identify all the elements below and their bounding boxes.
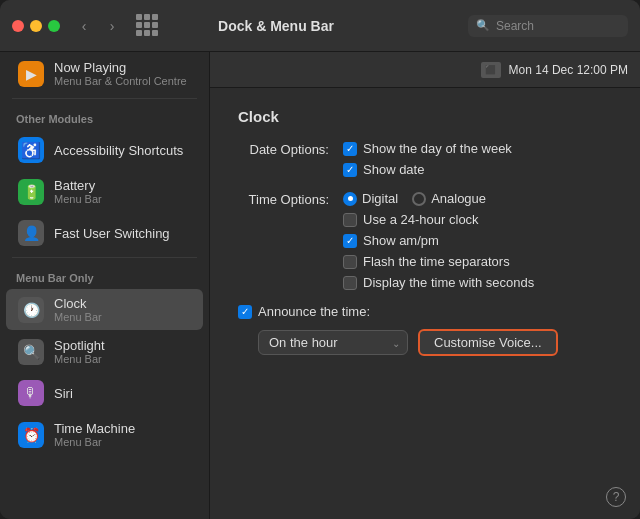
battery-icon: 🔋: [18, 179, 44, 205]
seconds-checkbox[interactable]: [343, 276, 357, 290]
digital-radio[interactable]: [343, 192, 357, 206]
show-date-checkbox[interactable]: ✓: [343, 163, 357, 177]
flash-checkbox[interactable]: [343, 255, 357, 269]
date-options-label: Date Options:: [238, 141, 343, 157]
clock-icon: 🕐: [18, 297, 44, 323]
now-playing-sublabel: Menu Bar & Control Centre: [54, 75, 187, 87]
other-modules-header: Other Modules: [0, 103, 209, 129]
sidebar-item-fast-user[interactable]: 👤 Fast User Switching: [6, 213, 203, 253]
fullscreen-button[interactable]: [48, 20, 60, 32]
sidebar-item-siri[interactable]: 🎙 Siri: [6, 373, 203, 413]
main-content: ▶ Now Playing Menu Bar & Control Centre …: [0, 52, 640, 519]
top-bar: ⬛ Mon 14 Dec 12:00 PM: [210, 52, 640, 88]
time-options-label: Time Options:: [238, 191, 343, 207]
window-title: Dock & Menu Bar: [92, 18, 460, 34]
sidebar: ▶ Now Playing Menu Bar & Control Centre …: [0, 52, 210, 519]
battery-label: Battery: [54, 178, 102, 193]
digital-analogue-row: Digital Analogue: [343, 191, 534, 206]
fast-user-label: Fast User Switching: [54, 226, 170, 241]
24hour-row: Use a 24-hour clock: [343, 212, 534, 227]
minimize-button[interactable]: [30, 20, 42, 32]
flash-label: Flash the time separators: [363, 254, 510, 269]
seconds-row: Display the time with seconds: [343, 275, 534, 290]
siri-label: Siri: [54, 386, 73, 401]
accessibility-icon: ♿: [18, 137, 44, 163]
flash-row: Flash the time separators: [343, 254, 534, 269]
fast-user-icon: 👤: [18, 220, 44, 246]
content-area: ⬛ Mon 14 Dec 12:00 PM Clock Date Options…: [210, 52, 640, 519]
menubar-clock-icon: ⬛: [481, 62, 501, 78]
clock-label: Clock: [54, 296, 102, 311]
ampm-label: Show am/pm: [363, 233, 439, 248]
search-icon: 🔍: [476, 19, 490, 32]
announce-checkbox[interactable]: ✓: [238, 305, 252, 319]
analogue-radio[interactable]: [412, 192, 426, 206]
time-machine-label: Time Machine: [54, 421, 135, 436]
time-machine-sublabel: Menu Bar: [54, 436, 135, 448]
accessibility-label: Accessibility Shortcuts: [54, 143, 183, 158]
24hour-label: Use a 24-hour clock: [363, 212, 479, 227]
customise-voice-button[interactable]: Customise Voice...: [418, 329, 558, 356]
show-date-label: Show date: [363, 162, 424, 177]
now-playing-icon: ▶: [18, 61, 44, 87]
announce-row: ✓ Announce the time:: [238, 304, 612, 319]
close-button[interactable]: [12, 20, 24, 32]
section-title: Clock: [238, 108, 612, 125]
now-playing-label: Now Playing: [54, 60, 187, 75]
spotlight-label: Spotlight: [54, 338, 105, 353]
show-day-checkbox[interactable]: ✓: [343, 142, 357, 156]
siri-icon: 🎙: [18, 380, 44, 406]
traffic-lights: [12, 20, 60, 32]
battery-sublabel: Menu Bar: [54, 193, 102, 205]
date-time-display: Mon 14 Dec 12:00 PM: [509, 63, 628, 77]
menu-bar-only-header: Menu Bar Only: [0, 262, 209, 288]
sidebar-item-spotlight[interactable]: 🔍 Spotlight Menu Bar: [6, 331, 203, 372]
frequency-dropdown[interactable]: On the hour Every half hour Every quarte…: [258, 330, 408, 355]
help-button[interactable]: ?: [606, 487, 626, 507]
analogue-radio-item: Analogue: [412, 191, 486, 206]
show-date-row: ✓ Show date: [343, 162, 512, 177]
show-day-row: ✓ Show the day of the week: [343, 141, 512, 156]
divider-2: [12, 257, 197, 258]
sidebar-item-time-machine[interactable]: ⏰ Time Machine Menu Bar: [6, 414, 203, 455]
spotlight-sublabel: Menu Bar: [54, 353, 105, 365]
time-options-row: Time Options: Digital Analogu: [238, 191, 612, 290]
main-window: ‹ › Dock & Menu Bar 🔍 ▶ Now Playing Menu…: [0, 0, 640, 519]
spotlight-icon: 🔍: [18, 339, 44, 365]
show-day-label: Show the day of the week: [363, 141, 512, 156]
sidebar-item-battery[interactable]: 🔋 Battery Menu Bar: [6, 171, 203, 212]
announce-controls: On the hour Every half hour Every quarte…: [258, 329, 612, 356]
search-input[interactable]: [496, 19, 616, 33]
analogue-label: Analogue: [431, 191, 486, 206]
titlebar: ‹ › Dock & Menu Bar 🔍: [0, 0, 640, 52]
clock-sublabel: Menu Bar: [54, 311, 102, 323]
digital-radio-item: Digital: [343, 191, 398, 206]
sidebar-item-accessibility[interactable]: ♿ Accessibility Shortcuts: [6, 130, 203, 170]
sidebar-item-clock[interactable]: 🕐 Clock Menu Bar: [6, 289, 203, 330]
clock-settings: Clock Date Options: ✓ Show the day of th…: [210, 88, 640, 376]
digital-label: Digital: [362, 191, 398, 206]
24hour-checkbox[interactable]: [343, 213, 357, 227]
ampm-checkbox[interactable]: ✓: [343, 234, 357, 248]
announce-label: Announce the time:: [258, 304, 370, 319]
seconds-label: Display the time with seconds: [363, 275, 534, 290]
frequency-dropdown-wrapper: On the hour Every half hour Every quarte…: [258, 330, 408, 355]
ampm-row: ✓ Show am/pm: [343, 233, 534, 248]
divider-1: [12, 98, 197, 99]
sidebar-item-now-playing[interactable]: ▶ Now Playing Menu Bar & Control Centre: [6, 53, 203, 94]
search-box[interactable]: 🔍: [468, 15, 628, 37]
time-machine-icon: ⏰: [18, 422, 44, 448]
date-options-row: Date Options: ✓ Show the day of the week…: [238, 141, 612, 177]
